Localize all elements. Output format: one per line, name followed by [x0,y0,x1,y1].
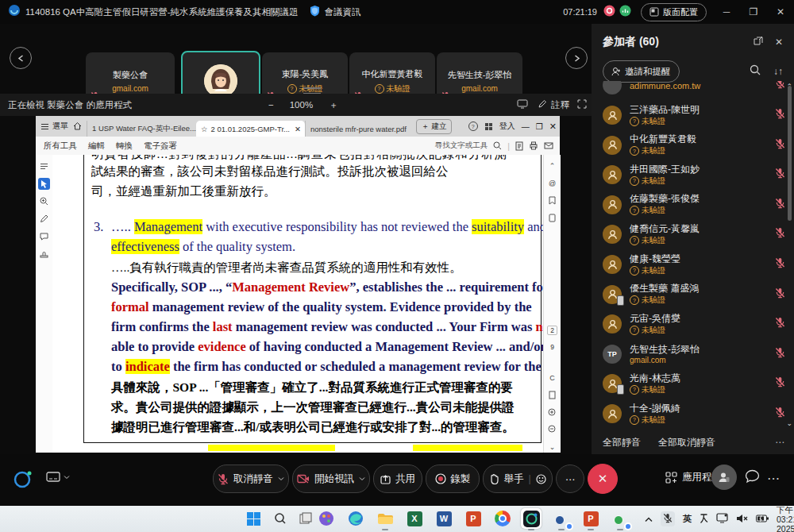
participant-row-partial[interactable]: adimmune.com.tw [603,81,785,100]
mentions-icon[interactable]: @ [546,178,558,190]
acrobat-close-button[interactable]: ✕ [549,121,557,132]
participant-row[interactable]: 優生製藥 蕭盛鴻?未驗證 [603,279,785,310]
participant-row[interactable]: 三洋藥品-陳世明?未驗證 [603,100,785,130]
acrobat-tab[interactable]: 1 USP Water FAQ-英中-Eilee... [87,121,196,137]
pages-panel-icon[interactable] [38,160,50,172]
participants-scrollbar[interactable] [788,86,792,221]
meeting-info-link[interactable]: 會議資訊 [325,6,361,18]
annotate-button[interactable]: 註釋 [551,99,569,111]
search-button[interactable] [270,508,291,529]
minimize-window-button[interactable]: ─ [713,0,740,24]
display-icon[interactable] [517,99,528,110]
participant-row[interactable]: TP 先智生技-彭翠怡gmail.com [603,339,785,369]
participants-toggle-button[interactable] [711,465,737,490]
close-tab-icon[interactable]: ✕ [295,125,301,133]
edge-app-icon[interactable] [345,508,366,529]
more-options-button[interactable]: ⋯ [556,465,584,493]
connection-quality-icon[interactable] [619,5,631,20]
filmstrip-prev-button[interactable] [10,47,32,69]
participant-row[interactable]: 元宙-吳倩燮?未驗證 [603,309,785,339]
participant-row[interactable]: 井田國際-王如妙?未驗證 [603,160,785,190]
close-window-button[interactable]: ✕ [767,0,794,24]
scroll-up-icon[interactable]: ⌃ [546,160,558,172]
create-tab-button[interactable]: ＋ 建立 [416,119,453,134]
acrobat-tool-menu[interactable]: 所有工具 [44,141,77,152]
start-button[interactable] [243,508,264,529]
ime-language-indicator[interactable]: 英 [683,513,692,525]
more-right-button[interactable]: ⋯ [767,471,780,486]
mic-muted-icon[interactable] [775,317,785,331]
acrobat-tool-menu[interactable]: 電子簽署 [144,141,177,152]
leave-meeting-button[interactable]: ✕ [588,464,618,494]
mic-muted-icon[interactable] [775,168,785,182]
participant-row[interactable]: 中化新豐黃君毅?未驗證 [603,130,785,160]
participant-row[interactable]: 十全-謝佩綺?未驗證 [603,399,785,429]
mic-muted-icon[interactable] [775,257,785,272]
participant-row[interactable]: 健康-魏瑩瑩?未驗證 [603,249,785,279]
acrobat-minimize-button[interactable]: — [522,122,530,131]
raise-hand-button[interactable]: 舉手 | [483,465,553,493]
zoom-in-page-icon[interactable] [546,407,558,418]
unmute-button[interactable]: 取消靜音 [213,465,289,493]
unmute-all-button[interactable]: 全部取消靜音 [658,436,715,449]
email-icon[interactable] [544,142,553,149]
signin-button[interactable]: 登入 [499,121,515,132]
mic-muted-icon[interactable] [775,198,785,212]
volume-muted-icon[interactable] [736,514,748,525]
fit-page-icon[interactable] [546,389,558,401]
captions-button[interactable] [46,472,70,483]
cast-display-icon[interactable] [716,513,728,525]
task-view-button[interactable] [295,508,316,529]
comment-tool-icon[interactable] [38,230,50,242]
chrome-extension-icon[interactable] [610,508,630,529]
acrobat-tool-menu[interactable]: 轉換 [116,141,133,152]
chrome-pwa-icon[interactable] [551,508,572,529]
close-panel-icon[interactable]: ✕ [775,37,783,48]
battery-icon[interactable] [756,515,769,524]
powerpoint-window-icon[interactable]: P [580,508,601,529]
excel-app-icon[interactable]: X [404,508,425,529]
mute-all-button[interactable]: 全部靜音 [603,436,641,449]
taskbar-clock[interactable]: 下午 03:212025/8/16 [777,505,794,532]
zoom-in-button[interactable]: ＋ [329,99,338,111]
layout-button[interactable]: 版面配置 [641,3,707,21]
bookmark-icon[interactable] [546,195,558,207]
zoom-out-button[interactable]: − [268,100,274,110]
record-button[interactable]: 錄製 [426,465,480,493]
acrobat-tool-menu[interactable]: 編輯 [88,141,105,152]
word-app-icon[interactable]: W [434,508,454,529]
zoom-out-page-icon[interactable] [546,423,558,435]
list-scroll-down-icon[interactable]: ⌄ [786,419,792,427]
mic-muted-icon[interactable] [775,108,785,122]
share-button[interactable]: 共用 [373,465,422,493]
participants-more-button[interactable]: ⋯ [775,437,784,448]
attachments-icon[interactable] [546,212,558,224]
paint-app-icon[interactable] [316,508,337,529]
list-scroll-up-icon[interactable]: ⌃ [786,83,792,91]
search-participants-icon[interactable] [750,64,761,79]
file-explorer-icon[interactable] [375,508,395,529]
participant-row[interactable]: 健喬信元-黃馨嵐?未驗證 [603,219,785,249]
refresh-icon[interactable]: C [546,372,558,384]
restore-window-button[interactable]: ❐ [740,0,767,24]
mic-muted-icon[interactable] [775,287,785,302]
help-icon[interactable]: ? [468,121,478,131]
export-doc-icon[interactable] [515,141,523,151]
print-icon[interactable] [529,141,538,150]
participant-row[interactable]: 佐藤製藥-張俊傑?未驗證 [603,190,785,220]
ime-bopomofo-icon[interactable] [700,513,708,525]
mic-muted-icon[interactable] [775,81,785,92]
powerpoint-app-icon[interactable]: P [463,508,484,529]
fullscreen-icon[interactable] [577,99,587,110]
acrobat-tab[interactable]: ☆2 01.01.2025-GMP-Tr...✕ [196,121,305,137]
filmstrip-next-button[interactable] [565,47,588,69]
scroll-down-icon[interactable]: ⌄ [546,441,558,453]
sort-participants-icon[interactable]: ↓↑ [773,66,783,77]
mic-muted-icon[interactable] [775,138,785,152]
zoom-tool-icon[interactable] [38,195,50,207]
tray-overflow-chevron-icon[interactable] [645,515,653,524]
acrobat-menu-button[interactable]: 選單 [40,121,68,132]
start-video-button[interactable]: 開始視訊 [292,465,370,493]
stamp-tool-icon[interactable] [38,248,50,260]
mic-muted-icon[interactable] [775,347,785,361]
